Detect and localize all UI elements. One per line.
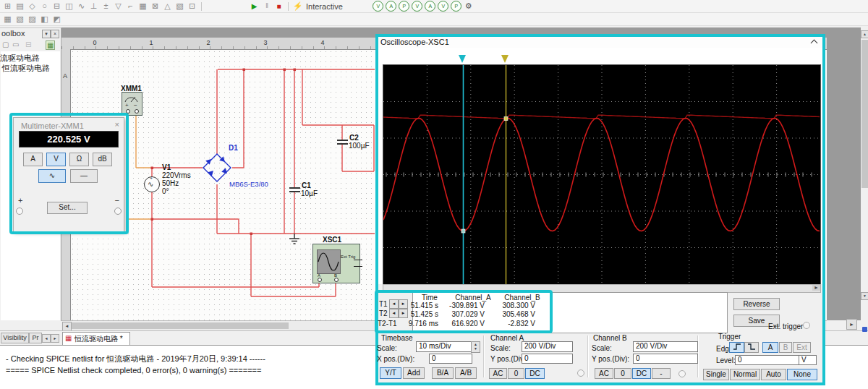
graphic-toolbar-icon[interactable]: ◧ xyxy=(39,14,50,25)
graphic-toolbar-icon[interactable]: ▧ xyxy=(14,14,25,25)
probe-icon[interactable]: P xyxy=(399,1,409,12)
yt-button[interactable]: Y/T xyxy=(380,367,401,379)
log-line-2: ===== SPICE Netlist check completed, 0 e… xyxy=(6,366,261,375)
run-simulation-button[interactable]: ▶ xyxy=(249,1,260,12)
toolbar-icon[interactable]: ⊞ xyxy=(2,1,13,12)
pause-simulation-button[interactable]: ‖ xyxy=(261,1,272,12)
probe-icon[interactable]: V xyxy=(438,1,448,12)
graphic-toolbar-icon[interactable]: ▦ xyxy=(2,14,13,25)
toolbar-icon[interactable]: ▦ xyxy=(137,1,148,12)
channel-b-ypos-input[interactable]: 0 xyxy=(633,354,698,364)
active-tool-icon[interactable]: ▦ xyxy=(46,40,55,50)
edge-falling-button[interactable] xyxy=(744,342,759,353)
channel-a-ypos-input[interactable]: 0 xyxy=(522,354,573,364)
cursor1-flag[interactable] xyxy=(459,55,466,63)
tab-scroll-right-icon[interactable]: ► xyxy=(51,334,59,343)
reverse-button[interactable]: Reverse xyxy=(733,298,780,310)
toolbar-icon[interactable]: ⊥ xyxy=(88,1,99,12)
set-button[interactable]: Set... xyxy=(47,202,88,214)
document-tab[interactable]: ▦ 恒流驱动电路 * xyxy=(62,332,130,346)
toolbar-icon[interactable]: ⌐ xyxy=(125,1,136,12)
trigger-single-button[interactable]: Single xyxy=(703,369,729,380)
mode-db-button[interactable]: dB xyxy=(93,153,112,166)
probe-icon[interactable]: P xyxy=(451,1,461,12)
toolbar-icon[interactable]: ∿ xyxy=(76,1,87,12)
trigger-a-button[interactable]: A xyxy=(762,342,778,353)
probe-icon[interactable]: A xyxy=(386,1,396,12)
scroll-right-icon[interactable]: ► xyxy=(812,285,820,291)
graphic-toolbar-icon[interactable]: ▨ xyxy=(27,14,38,25)
timebase-scale-input[interactable]: 10 ms/Div xyxy=(416,341,472,352)
ac-mode-button[interactable]: ∿ xyxy=(38,169,66,183)
channel-b-dc-button[interactable]: DC xyxy=(632,368,651,379)
toolbar-icon[interactable]: ▧ xyxy=(174,1,185,12)
trigger-level-input[interactable]: 0 xyxy=(735,355,799,365)
rising-edge-icon xyxy=(733,343,741,351)
panel-close-icon[interactable]: × xyxy=(51,30,59,38)
tab-scroll-left-icon[interactable]: ◄ xyxy=(42,334,51,343)
ba-button[interactable]: B/A xyxy=(432,367,454,379)
channel-b-ac-button[interactable]: AC xyxy=(595,368,613,379)
ac-source-component[interactable]: + ∿ xyxy=(144,176,160,192)
stop-simulation-button[interactable]: ■ xyxy=(273,1,284,12)
mode-volt-button[interactable]: V xyxy=(46,153,66,166)
panel-collapse-icon[interactable]: ▾ xyxy=(42,30,51,38)
toolbar-icon[interactable]: ⊟ xyxy=(51,1,62,12)
channel-a-ac-button[interactable]: AC xyxy=(489,368,507,379)
probe-icon[interactable]: V xyxy=(412,1,422,12)
graphic-toolbar-icon[interactable]: ◩ xyxy=(51,14,62,25)
hscroll-thumb[interactable] xyxy=(72,322,289,329)
multimeter-component[interactable]: + − xyxy=(122,92,142,116)
scroll-down-icon[interactable]: ▼ xyxy=(861,292,868,300)
trigger-normal-button[interactable]: Normal xyxy=(730,369,760,380)
oscilloscope-titlebar[interactable]: Oscilloscope-XSC1 xyxy=(378,37,822,48)
probe-settings-gear-icon[interactable]: ⚙ xyxy=(465,1,472,11)
toolbar-icon[interactable]: ◫ xyxy=(64,1,75,12)
open-folder-icon[interactable]: ▭ xyxy=(12,40,19,48)
timebase-scale-spinner[interactable]: ▲▼ xyxy=(471,341,480,353)
oscilloscope-component[interactable]: Ext Trig A B xyxy=(312,244,360,283)
toolbar-icon[interactable]: ○ xyxy=(39,1,50,12)
vscroll-thumb[interactable] xyxy=(861,40,868,188)
collapse-icon[interactable] xyxy=(811,40,818,47)
channel-b-scale-input[interactable]: 200 V/Div xyxy=(633,341,698,352)
dc-mode-button[interactable]: — xyxy=(70,169,98,183)
new-doc-icon[interactable]: ▢ xyxy=(2,40,9,48)
trigger-none-button[interactable]: None xyxy=(787,369,817,380)
add-button[interactable]: Add xyxy=(403,367,425,379)
trigger-level-unit-select[interactable]: V xyxy=(799,355,817,365)
tab-project[interactable]: Pr xyxy=(29,333,42,343)
interactive-mode-dropdown[interactable]: Interactive xyxy=(306,2,343,11)
channel-a-0-button[interactable]: 0 xyxy=(508,368,524,379)
mode-ohm-button[interactable]: Ω xyxy=(69,153,89,166)
edge-rising-button[interactable] xyxy=(729,342,744,353)
probe-icon[interactable]: A xyxy=(425,1,435,12)
channel-a-scale-input[interactable]: 200 V/Div xyxy=(522,341,573,352)
close-icon[interactable]: × xyxy=(115,120,119,129)
timebase-xpos-input[interactable]: 0 xyxy=(429,354,472,364)
toolbar-icon[interactable]: ⊠ xyxy=(150,1,161,12)
toolbar-icon[interactable]: △ xyxy=(162,1,173,12)
toolbar-icon[interactable]: ▽ xyxy=(113,1,124,12)
tree-item-sheet[interactable]: 恒流驱动电路 xyxy=(2,63,50,74)
cursor2-flag[interactable] xyxy=(501,55,509,63)
design-vertical-scrollbar[interactable]: ▲ ▼ xyxy=(861,27,868,320)
toolbar-icon[interactable]: ± xyxy=(101,1,111,12)
channel-a-dc-button[interactable]: DC xyxy=(525,368,545,379)
toolbar-icon[interactable]: ⊡ xyxy=(187,1,197,12)
trigger-ext-button[interactable]: Ext xyxy=(793,342,811,353)
scroll-up-icon[interactable]: ▲ xyxy=(861,30,868,38)
toolbar-icon[interactable]: ▤ xyxy=(14,1,25,12)
tree-item-project[interactable]: 流驱动电路 xyxy=(0,53,40,64)
probe-icon[interactable]: V xyxy=(373,1,383,12)
scroll-right-stub-icon[interactable]: ► xyxy=(846,319,857,330)
channel-b-0-button[interactable]: 0 xyxy=(614,368,631,379)
ext-trigger-terminal[interactable] xyxy=(803,322,810,329)
toolbar-icon[interactable]: ◇ xyxy=(27,1,38,12)
tab-visibility[interactable]: Visibility xyxy=(1,333,29,343)
trigger-auto-button[interactable]: Auto xyxy=(761,369,786,380)
mode-ampere-button[interactable]: A xyxy=(23,153,43,166)
trigger-b-button[interactable]: B xyxy=(779,342,792,353)
ab-button[interactable]: A/B xyxy=(455,367,477,379)
channel-b-minus-button[interactable]: - xyxy=(652,368,671,379)
